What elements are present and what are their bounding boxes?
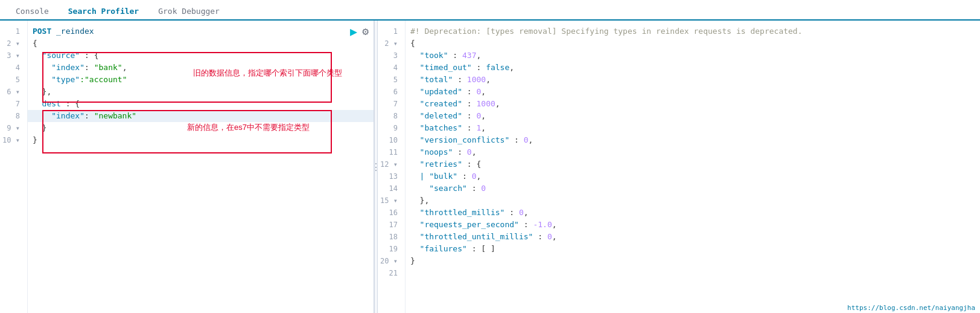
code-line: } [406, 255, 980, 267]
code-line: dest : { [28, 98, 374, 110]
code-line: { [406, 37, 980, 50]
code-token: "noops" [410, 146, 453, 158]
code-token: "source" [33, 50, 80, 62]
line-number: 12 ▾ [380, 158, 402, 170]
code-token: : [533, 231, 547, 243]
code-token: , [509, 62, 514, 74]
code-token: , [495, 98, 500, 110]
code-token: "bank" [94, 62, 122, 74]
code-token: , [472, 146, 477, 158]
code-line: "retries" : { [406, 158, 980, 170]
main-content: 12 ▾3 ▾456 ▾789 ▾10 ▾ POST _reindex{ "so… [0, 21, 980, 313]
code-token: "index" [33, 62, 84, 74]
line-number: 3 [380, 50, 402, 62]
left-code-content[interactable]: POST _reindex{ "source" : { "index": "ba… [28, 21, 374, 313]
code-token: 1 [476, 122, 481, 134]
code-token: 0 [481, 182, 486, 195]
code-token: : [462, 110, 476, 122]
code-token: :"account" [80, 74, 127, 86]
code-line: } [28, 134, 374, 146]
code-token: "search" [410, 182, 467, 195]
line-number: 7 [380, 98, 402, 110]
code-token: { [410, 37, 415, 50]
code-token: "batches" [410, 122, 462, 134]
code-line: "deleted" : 0, [406, 110, 980, 122]
line-number: 5 [2, 74, 25, 86]
tab-search-profiler[interactable]: Search Profiler [59, 3, 148, 21]
code-token: "deleted" [410, 110, 462, 122]
line-number: 18 [380, 231, 402, 243]
code-token: , [529, 134, 533, 146]
code-token: } [33, 134, 37, 146]
code-token: : [504, 207, 518, 219]
code-line: "total" : 1000, [406, 74, 980, 86]
code-token: , [524, 207, 529, 219]
line-number: 1 [2, 25, 25, 37]
code-line: "version_conflicts" : 0, [406, 134, 980, 146]
code-token: | "bulk" [410, 170, 457, 182]
right-code-content[interactable]: #! Deprecation: [types removal] Specifyi… [406, 21, 980, 313]
code-token: , [486, 74, 491, 86]
code-token: , [552, 219, 557, 231]
tab-console[interactable]: Console [6, 3, 59, 21]
code-token: : [519, 219, 533, 231]
settings-button[interactable]: ⚙ [362, 26, 369, 37]
code-line: { [28, 37, 374, 50]
line-number: 6 ▾ [2, 86, 25, 98]
code-line: }, [28, 86, 374, 98]
right-panel: 12 ▾3456789101112 ▾131415 ▾1617181920 ▾2… [378, 21, 980, 313]
code-token: : [462, 122, 476, 134]
code-token: 0 [547, 231, 552, 243]
tab-bar: Console Search Profiler Grok Debugger [0, 0, 980, 21]
line-number: 3 ▾ [2, 50, 25, 62]
code-token: , [477, 170, 482, 182]
code-token: "timed_out" [410, 62, 472, 74]
tab-grok-debugger[interactable]: Grok Debugger [148, 3, 229, 21]
code-line: "noops" : 0, [406, 146, 980, 158]
code-token: : [457, 170, 471, 182]
code-line: "timed_out" : false, [406, 62, 980, 74]
line-number: 16 [380, 207, 402, 219]
run-button[interactable]: ▶ [350, 25, 357, 37]
code-token: _reindex [56, 25, 94, 37]
code-token: "retries" [410, 158, 462, 170]
code-token: dest [33, 98, 61, 110]
code-token: , [477, 50, 482, 62]
code-token: : [472, 62, 486, 74]
left-toolbar: ▶ ⚙ [350, 25, 369, 37]
code-token: 0 [472, 170, 477, 182]
code-token: { [33, 37, 37, 50]
left-line-numbers: 12 ▾3 ▾456 ▾789 ▾10 ▾ [0, 21, 28, 313]
code-token: 0 [476, 86, 481, 98]
code-line: "index": "bank", [28, 62, 374, 74]
line-number: 19 [380, 243, 402, 255]
code-token: : [448, 50, 462, 62]
code-token: , [481, 110, 486, 122]
code-line: "updated" : 0, [406, 86, 980, 98]
code-token: #! Deprecation: [types removal] Specifyi… [410, 25, 803, 37]
right-code-area: 12 ▾3456789101112 ▾131415 ▾1617181920 ▾2… [378, 21, 980, 313]
code-token: 1000 [476, 98, 495, 110]
line-number: 13 [380, 170, 402, 182]
code-line: }, [406, 195, 980, 207]
code-token: , [481, 122, 486, 134]
code-line: "type":"account" [28, 74, 374, 86]
code-token: "took" [410, 50, 448, 62]
line-number: 17 [380, 219, 402, 231]
code-token: "newbank" [94, 110, 136, 122]
line-number: 8 [2, 110, 25, 122]
code-token: 1000 [467, 74, 486, 86]
line-number: 5 [380, 74, 402, 86]
footer-link[interactable]: https://blog.csdn.net/naiyangjha [847, 304, 975, 312]
code-token: , [552, 231, 557, 243]
line-number: 2 ▾ [380, 37, 402, 50]
code-token: false [486, 62, 509, 74]
code-line: POST _reindex [28, 25, 374, 37]
code-token: : [ ] [467, 243, 495, 255]
code-line: #! Deprecation: [types removal] Specifyi… [406, 25, 980, 37]
code-token: "index" [33, 110, 84, 122]
code-token: 0 [467, 146, 472, 158]
code-token: "requests_per_second" [410, 219, 519, 231]
code-token: : [453, 146, 466, 158]
code-line: "source" : { [28, 50, 374, 62]
